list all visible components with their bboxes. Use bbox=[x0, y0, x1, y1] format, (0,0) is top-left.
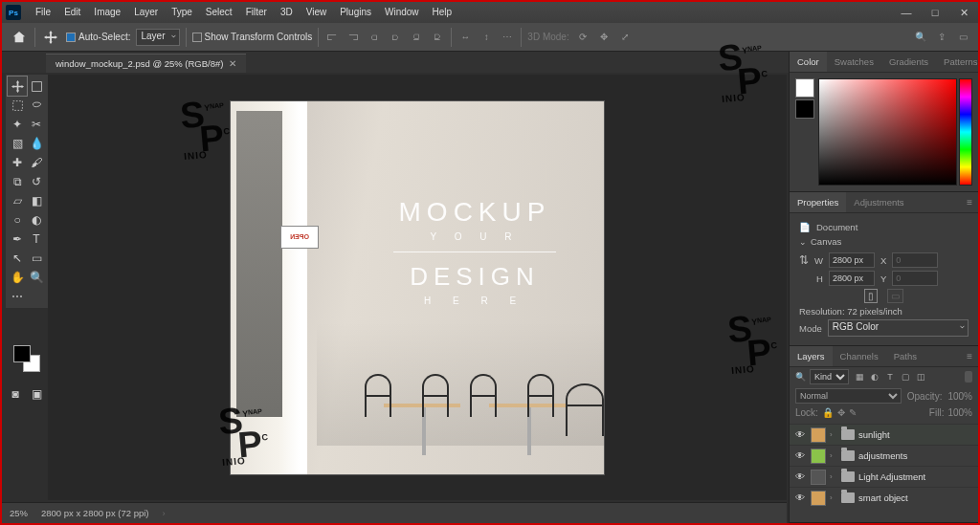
distribute-h-icon[interactable]: ↔ bbox=[457, 30, 473, 45]
filter-toggle[interactable] bbox=[965, 371, 972, 383]
align-vcenter-icon[interactable]: ⫑ bbox=[409, 30, 424, 45]
type-tool[interactable]: T bbox=[27, 230, 46, 249]
x-input[interactable] bbox=[892, 252, 938, 268]
menu-file[interactable]: File bbox=[29, 2, 57, 23]
tab-color[interactable]: Color bbox=[790, 52, 827, 72]
more-align-icon[interactable]: ⋯ bbox=[500, 30, 515, 45]
visibility-toggle[interactable]: 👁 bbox=[793, 449, 807, 463]
tab-layers[interactable]: Layers bbox=[790, 346, 833, 366]
align-top-icon[interactable]: ⫐ bbox=[388, 30, 403, 45]
y-input[interactable] bbox=[892, 271, 938, 286]
clone-tool[interactable]: ⧉ bbox=[8, 172, 27, 191]
visibility-toggle[interactable]: 👁 bbox=[793, 428, 807, 442]
tab-adjustments[interactable]: Adjustments bbox=[846, 192, 911, 212]
document-tab[interactable]: window_mockup_2.psd @ 25% (RGB/8#) ✕ bbox=[46, 54, 246, 73]
menu-help[interactable]: Help bbox=[426, 2, 459, 23]
filter-type-icon[interactable]: T bbox=[883, 370, 897, 383]
zoom-tool[interactable]: 🔍 bbox=[27, 268, 46, 287]
menu-edit[interactable]: Edit bbox=[57, 2, 87, 23]
current-fg-swatch[interactable] bbox=[795, 78, 814, 98]
align-left-icon[interactable]: ⫍ bbox=[324, 30, 340, 45]
expand-icon[interactable]: › bbox=[830, 451, 837, 460]
layer-kind-filter[interactable]: Kind bbox=[810, 369, 849, 384]
lock-position-icon[interactable]: ✥ bbox=[837, 407, 845, 418]
expand-icon[interactable]: › bbox=[830, 493, 837, 502]
edit-toolbar[interactable]: ⋯ bbox=[8, 287, 27, 306]
visibility-toggle[interactable]: 👁 bbox=[793, 470, 807, 484]
zoom-level[interactable]: 25% bbox=[10, 508, 28, 518]
fill-value[interactable]: 100% bbox=[947, 407, 972, 418]
3d-slide-icon[interactable]: ⤢ bbox=[617, 30, 633, 45]
align-hcenter-icon[interactable]: ⫎ bbox=[345, 30, 361, 45]
show-transform-checkbox[interactable]: Show Transform Controls bbox=[192, 32, 313, 42]
move-tool[interactable] bbox=[8, 77, 27, 96]
menu-image[interactable]: Image bbox=[87, 2, 127, 23]
tab-close-icon[interactable]: ✕ bbox=[229, 58, 236, 69]
gradient-tool[interactable]: ◧ bbox=[27, 191, 46, 210]
path-select-tool[interactable]: ↖ bbox=[8, 249, 27, 268]
minimize-button[interactable]: — bbox=[892, 2, 921, 23]
crop-tool[interactable]: ✂ bbox=[27, 115, 46, 134]
shape-tool[interactable]: ▭ bbox=[27, 249, 46, 268]
canvas-stage[interactable]: OPEN MOCKUP Y O U R DESIGN H E R E SYNAP… bbox=[48, 75, 787, 500]
pen-tool[interactable]: ✒ bbox=[8, 230, 27, 249]
status-menu-icon[interactable]: › bbox=[163, 508, 166, 518]
tab-swatches[interactable]: Swatches bbox=[827, 52, 881, 72]
tab-gradients[interactable]: Gradients bbox=[881, 52, 936, 72]
tab-paths[interactable]: Paths bbox=[886, 346, 924, 366]
workspace-icon[interactable]: ▭ bbox=[955, 30, 970, 45]
align-bottom-icon[interactable]: ⫒ bbox=[430, 30, 445, 45]
tab-properties[interactable]: Properties bbox=[790, 192, 846, 212]
menu-layer[interactable]: Layer bbox=[127, 2, 165, 23]
height-input[interactable] bbox=[829, 271, 875, 286]
lock-pixels-icon[interactable]: ✎ bbox=[849, 407, 857, 418]
align-right-icon[interactable]: ⫏ bbox=[367, 30, 382, 45]
document-dimensions[interactable]: 2800 px x 2800 px (72 ppi) bbox=[41, 508, 149, 518]
hue-slider[interactable] bbox=[959, 78, 972, 186]
lasso-tool[interactable] bbox=[27, 96, 46, 115]
document-canvas[interactable]: OPEN MOCKUP Y O U R DESIGN H E R E bbox=[231, 101, 604, 474]
quick-mask-tool[interactable]: ◙ bbox=[6, 384, 25, 404]
healing-tool[interactable]: ✚ bbox=[8, 153, 27, 172]
color-mode-select[interactable]: RGB Color bbox=[828, 319, 969, 337]
portrait-icon[interactable]: ▯ bbox=[864, 289, 878, 303]
3d-pan-icon[interactable]: ✥ bbox=[596, 30, 612, 45]
artboard-tool[interactable] bbox=[27, 77, 46, 96]
landscape-icon[interactable]: ▭ bbox=[887, 289, 903, 303]
screen-mode-tool[interactable]: ▣ bbox=[27, 384, 46, 404]
visibility-toggle[interactable]: 👁 bbox=[793, 492, 807, 505]
link-wh-icon[interactable]: ⇅ bbox=[799, 253, 809, 267]
auto-select-target[interactable]: Layer bbox=[136, 29, 179, 46]
width-input[interactable] bbox=[829, 252, 875, 268]
color-field[interactable] bbox=[818, 78, 957, 186]
history-brush-tool[interactable]: ↺ bbox=[27, 172, 46, 191]
menu-view[interactable]: View bbox=[300, 2, 334, 23]
menu-3d[interactable]: 3D bbox=[274, 2, 300, 23]
quick-select-tool[interactable]: ✦ bbox=[8, 115, 27, 134]
filter-smart-icon[interactable]: ◫ bbox=[914, 370, 927, 383]
maximize-button[interactable]: □ bbox=[921, 2, 949, 23]
canvas-section-toggle[interactable]: Canvas bbox=[799, 236, 969, 247]
opacity-value[interactable]: 100% bbox=[947, 391, 972, 402]
blur-tool[interactable]: ○ bbox=[8, 210, 27, 230]
layer-row[interactable]: 👁 › Light Adjustment bbox=[790, 466, 978, 487]
menu-select[interactable]: Select bbox=[199, 2, 239, 23]
current-bg-swatch[interactable] bbox=[795, 99, 814, 119]
menu-type[interactable]: Type bbox=[165, 2, 199, 23]
share-icon[interactable]: ⇪ bbox=[934, 30, 949, 45]
menu-filter[interactable]: Filter bbox=[239, 2, 274, 23]
filter-shape-icon[interactable]: ▢ bbox=[899, 370, 912, 383]
blend-mode-select[interactable]: Normal bbox=[795, 388, 902, 404]
hand-tool[interactable]: ✋ bbox=[8, 268, 27, 287]
close-button[interactable]: ✕ bbox=[949, 2, 978, 23]
frame-tool[interactable]: ▧ bbox=[8, 134, 27, 153]
tab-patterns[interactable]: Patterns bbox=[936, 52, 980, 72]
search-icon[interactable]: 🔍 bbox=[913, 30, 928, 45]
filter-pixel-icon[interactable]: ▦ bbox=[853, 370, 866, 383]
menu-plugins[interactable]: Plugins bbox=[333, 2, 378, 23]
distribute-v-icon[interactable]: ↕ bbox=[479, 30, 494, 45]
auto-select-checkbox[interactable]: Auto-Select: bbox=[66, 32, 130, 42]
expand-icon[interactable]: › bbox=[830, 472, 837, 481]
panel-menu-icon[interactable]: ≡ bbox=[961, 192, 978, 212]
home-icon[interactable] bbox=[10, 28, 29, 47]
